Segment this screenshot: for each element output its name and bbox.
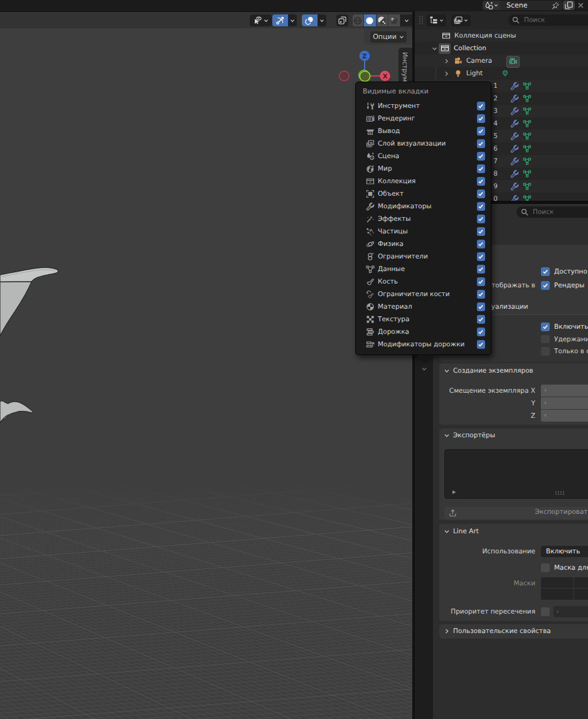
display-mode-dropdown[interactable] bbox=[427, 14, 446, 26]
unlink-scene-button[interactable] bbox=[575, 1, 586, 10]
mesh-data-icon[interactable] bbox=[523, 194, 532, 201]
shading-solid-button[interactable] bbox=[364, 14, 376, 26]
gizmos-dropdown[interactable] bbox=[288, 14, 297, 26]
menu-item-output[interactable]: Вывод bbox=[356, 125, 491, 137]
mesh-data-icon[interactable] bbox=[523, 169, 532, 178]
gizmos-toggle-button[interactable] bbox=[272, 14, 288, 26]
menu-item-checkbox[interactable] bbox=[477, 265, 486, 274]
menu-item-viewlayer[interactable]: Слой визуализации bbox=[356, 137, 491, 150]
menu-item-checkbox[interactable] bbox=[477, 177, 486, 186]
mesh-object-wing[interactable] bbox=[0, 262, 75, 432]
scene-name-field[interactable]: Scene bbox=[500, 1, 562, 10]
menu-item-checkbox[interactable] bbox=[477, 252, 486, 261]
mesh-data-icon[interactable] bbox=[523, 182, 532, 191]
outliner-row-collection[interactable]: Collection bbox=[415, 42, 588, 55]
menu-item-scene[interactable]: Сцена bbox=[356, 150, 491, 162]
mesh-data-icon[interactable] bbox=[523, 144, 532, 153]
filter-dropdown[interactable] bbox=[451, 14, 471, 26]
light-data-icon[interactable] bbox=[501, 69, 510, 78]
panel-exporters-header[interactable]: Экспортёры bbox=[439, 429, 588, 443]
new-scene-button[interactable] bbox=[563, 1, 575, 10]
menu-item-physics[interactable]: Физика bbox=[356, 238, 491, 250]
menu-item-checkbox[interactable] bbox=[477, 189, 486, 198]
modifier-wrench-icon[interactable] bbox=[510, 182, 519, 191]
menu-item-constraints[interactable]: Ограничители bbox=[356, 250, 491, 263]
modifier-wrench-icon[interactable] bbox=[510, 194, 519, 201]
outliner-row-scene-collection[interactable]: Коллекция сцены bbox=[415, 29, 588, 42]
mesh-data-icon[interactable] bbox=[523, 107, 532, 115]
menu-item-effects[interactable]: Эффекты bbox=[356, 213, 491, 225]
renders-checkbox[interactable] bbox=[541, 281, 550, 290]
scene-browse-button[interactable] bbox=[483, 1, 500, 10]
collection-mask-checkbox[interactable] bbox=[541, 563, 550, 572]
export-button[interactable]: Экспортировать bbox=[444, 507, 588, 519]
menu-item-checkbox[interactable] bbox=[477, 315, 486, 324]
menu-item-boneconstraint[interactable]: Ограничители кости bbox=[356, 288, 491, 301]
selectable-checkbox[interactable] bbox=[541, 267, 550, 276]
chevron-right-icon[interactable] bbox=[444, 71, 449, 77]
usage-dropdown[interactable]: Включить bbox=[541, 546, 588, 558]
region-grip-icon[interactable] bbox=[417, 15, 425, 25]
object-type-visibility-button[interactable] bbox=[250, 14, 272, 26]
menu-item-checkbox[interactable] bbox=[477, 277, 486, 286]
menu-item-modifiers[interactable]: Модификаторы bbox=[356, 200, 491, 213]
indirect-only-checkbox[interactable] bbox=[541, 347, 550, 356]
properties-search-input[interactable]: Поиск bbox=[516, 206, 588, 218]
menu-item-checkbox[interactable] bbox=[477, 152, 486, 161]
menu-item-checkbox[interactable] bbox=[477, 102, 486, 110]
mask-toggle-button[interactable] bbox=[541, 577, 574, 589]
outliner-search-input[interactable]: Поиск bbox=[508, 14, 588, 26]
menu-item-checkbox[interactable] bbox=[477, 290, 486, 299]
overlays-dropdown[interactable] bbox=[318, 14, 326, 26]
modifier-wrench-icon[interactable] bbox=[510, 82, 519, 90]
menu-item-strip[interactable]: Дорожка bbox=[356, 326, 491, 338]
menu-item-render[interactable]: Рендеринг bbox=[356, 112, 491, 125]
chevron-right-icon[interactable] bbox=[444, 58, 449, 64]
navigation-gizmo[interactable]: Z X bbox=[336, 38, 394, 85]
gizmo-minus-x-axis[interactable] bbox=[339, 71, 350, 81]
viewport-3d[interactable]: Опции Инструменты Z X bbox=[0, 11, 412, 719]
modifier-wrench-icon[interactable] bbox=[510, 107, 519, 115]
mask-toggle-button[interactable] bbox=[574, 589, 588, 600]
menu-item-collection[interactable]: Коллекция bbox=[356, 175, 491, 188]
menu-item-checkbox[interactable] bbox=[477, 202, 486, 211]
modifier-wrench-icon[interactable] bbox=[510, 169, 519, 178]
menu-item-checkbox[interactable] bbox=[477, 328, 486, 336]
modifier-wrench-icon[interactable] bbox=[510, 119, 519, 128]
panel-lineart-header[interactable]: Line Art bbox=[439, 524, 588, 538]
menu-item-tool[interactable]: Инструмент bbox=[356, 100, 491, 112]
shading-dropdown[interactable] bbox=[400, 14, 412, 26]
camera-data-badge[interactable] bbox=[506, 56, 520, 68]
menu-item-checkbox[interactable] bbox=[477, 240, 486, 248]
menu-item-particles[interactable]: Частицы bbox=[356, 225, 491, 238]
holdout-checkbox[interactable] bbox=[541, 335, 550, 344]
menu-item-object[interactable]: Объект bbox=[356, 188, 491, 200]
list-filter-expand-icon[interactable] bbox=[451, 489, 457, 495]
modifier-wrench-icon[interactable] bbox=[510, 132, 519, 141]
menu-item-checkbox[interactable] bbox=[477, 114, 486, 123]
mask-toggle-button[interactable] bbox=[574, 577, 588, 589]
instance-offset-field[interactable]: ‹ bbox=[541, 410, 588, 422]
tabs-scroll-down-icon[interactable] bbox=[421, 366, 427, 372]
instance-offset-field[interactable]: ‹ bbox=[541, 385, 588, 397]
modifier-wrench-icon[interactable] bbox=[510, 144, 519, 153]
menu-item-checkbox[interactable] bbox=[477, 227, 486, 236]
panel-instancing-header[interactable]: Создание экземпляров bbox=[439, 363, 588, 378]
include-checkbox[interactable] bbox=[541, 322, 550, 331]
outliner-row-light[interactable]: Light bbox=[415, 67, 588, 80]
list-resize-grip-icon[interactable] bbox=[555, 491, 565, 496]
mesh-data-icon[interactable] bbox=[523, 94, 532, 103]
menu-item-checkbox[interactable] bbox=[477, 302, 486, 311]
shading-rendered-button[interactable] bbox=[388, 14, 400, 26]
overlays-toggle-button[interactable] bbox=[302, 14, 318, 26]
menu-item-stripmod[interactable]: Модификаторы дорожки bbox=[356, 338, 491, 351]
menu-item-checkbox[interactable] bbox=[477, 127, 486, 136]
menu-item-checkbox[interactable] bbox=[477, 139, 486, 148]
menu-item-bone[interactable]: Кость bbox=[356, 275, 491, 288]
menu-item-texture[interactable]: Текстура bbox=[356, 313, 491, 326]
outliner-row-camera[interactable]: Camera bbox=[415, 55, 588, 67]
xray-toggle-button[interactable] bbox=[336, 14, 348, 26]
mesh-data-icon[interactable] bbox=[523, 82, 532, 90]
menu-item-data[interactable]: Данные bbox=[356, 263, 491, 275]
menu-item-checkbox[interactable] bbox=[477, 340, 486, 349]
